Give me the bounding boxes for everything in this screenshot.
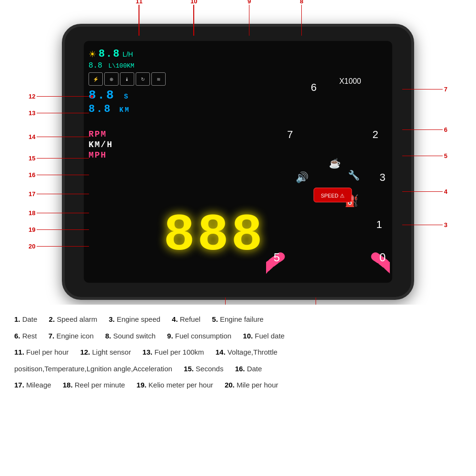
hud-device: ☀ 8.8 L/H 8.8 L\100KM ⚡ ⊕ 🌡 ↻ ≋ <box>62 24 414 300</box>
desc-item-15: 15. Seconds <box>184 365 226 373</box>
ann-6: 6 <box>401 126 447 133</box>
ann-12: 12 <box>29 93 93 100</box>
svg-text:🔊: 🔊 <box>296 171 309 184</box>
svg-text:0: 0 <box>379 251 386 264</box>
desc-item-16: 16. Date <box>235 365 262 373</box>
km-display: 8.8 <box>89 103 112 115</box>
desc-item-12: 12. Light sensor <box>80 348 133 356</box>
svg-text:6: 6 <box>311 81 317 93</box>
desc-row-4: positison,Temperature,Lgnition angle,Acc… <box>14 364 462 375</box>
svg-text:2: 2 <box>373 129 378 140</box>
desc-item-1: 1. Date <box>14 315 40 323</box>
svg-text:3: 3 <box>379 171 385 183</box>
svg-text:5: 5 <box>274 251 280 264</box>
row-mph: MPH <box>89 150 184 160</box>
fuel-lh-display: 8.8 <box>99 48 120 60</box>
ann-11: 11 <box>136 0 142 36</box>
ann-9: 9 <box>248 0 251 36</box>
row-kmh: KM/H <box>89 140 184 149</box>
desc-item-4: 4. Refuel <box>172 315 202 323</box>
desc-item-8: 8. Sound switch <box>105 332 158 340</box>
ann-15: 15 <box>29 155 90 162</box>
ann-7: 7 <box>401 86 447 93</box>
svg-text:☕: ☕ <box>329 158 341 169</box>
desc-item-14: 14. Voltage,Throttle <box>216 348 278 356</box>
ann-13: 13 <box>29 109 90 117</box>
ann-14: 14 <box>29 133 90 140</box>
center-speed: 888 <box>165 197 264 273</box>
desc-item-6: 6. Rest <box>14 332 39 340</box>
desc-item-10: 10. Fuel date <box>243 332 285 340</box>
row-icons: ⚡ ⊕ 🌡 ↻ ≋ <box>89 72 184 86</box>
accel-icon-box: ≋ <box>151 72 166 86</box>
desc-item-2: 2. Speed alarm <box>49 315 99 323</box>
hud-device-container: ☀ 8.8 L/H 8.8 L\100KM ⚡ ⊕ 🌡 ↻ ≋ <box>62 24 414 300</box>
desc-row-3: 11. Fuel per hour 12. Light sensor 13. F… <box>14 347 462 358</box>
sun-icon: ☀ <box>89 49 96 60</box>
desc-row-2: 6. Rest 7. Engine icon 8. Sound switch 9… <box>14 331 462 342</box>
desc-item-20: 20. Mile per hour <box>225 381 278 389</box>
svg-text:X1000: X1000 <box>339 77 361 85</box>
desc-item-17: 17. Mileage <box>14 381 53 389</box>
kmh-label: KM/H <box>89 140 113 149</box>
seconds-label: S <box>124 93 129 100</box>
desc-item-7: 7. Engine icon <box>49 332 96 340</box>
svg-text:SPEED ⚠: SPEED ⚠ <box>321 193 345 198</box>
mph-label: MPH <box>89 150 107 160</box>
fuel-100-label: L\100KM <box>108 62 134 69</box>
lh-label: L/H <box>123 50 133 58</box>
fuel-100km-display: 8.8 <box>89 61 102 70</box>
rpm-label: RPM <box>89 129 107 139</box>
speedometer-svg: 2 3 6 7 1 0 5 X1000 ⛽ 🔊 ☕ 🔧 <box>266 43 390 280</box>
ann-19: 19 <box>29 226 90 233</box>
desc-item-14b: positison,Temperature,Lgnition angle,Acc… <box>14 365 174 373</box>
desc-item-18: 18. Reel per minute <box>63 381 127 389</box>
desc-item-19: 19. Kelio meter per hour <box>137 381 215 389</box>
row-seconds: 8.8 S <box>89 88 184 102</box>
svg-text:1: 1 <box>376 218 382 230</box>
right-panel: 2 3 6 7 1 0 5 X1000 ⛽ 🔊 ☕ 🔧 <box>266 43 390 280</box>
desc-row-1: 1. Date 2. Speed alarm 3. Engine speed 4… <box>14 314 462 325</box>
ann-20: 20 <box>29 243 90 250</box>
description-section: 1. Date 2. Speed alarm 3. Engine speed 4… <box>0 305 476 476</box>
hud-screen: ☀ 8.8 L/H 8.8 L\100KM ⚡ ⊕ 🌡 ↻ ≋ <box>84 41 392 283</box>
ann-3: 3 <box>401 221 447 228</box>
ann-17: 17 <box>29 190 90 198</box>
desc-item-13: 13. Fuel per 100km <box>142 348 206 356</box>
ignition-icon-box: ↻ <box>136 72 150 86</box>
desc-item-11: 11. Fuel per hour <box>14 348 70 356</box>
desc-item-3: 3. Engine speed <box>109 315 162 323</box>
desc-row-5: 17. Mileage 18. Reel per minute 19. Keli… <box>14 380 462 391</box>
desc-item-9: 9. Fuel consumption <box>167 332 233 340</box>
row-km: 8.8 KM <box>89 103 184 115</box>
ann-4: 4 <box>401 188 447 195</box>
row-fuel-lh: ☀ 8.8 L/H <box>89 48 184 60</box>
main-speed-display: 888 <box>163 206 265 265</box>
ann-10: 10 <box>190 0 197 36</box>
ann-18: 18 <box>29 209 90 217</box>
svg-text:7: 7 <box>287 129 293 140</box>
desc-item-5: 5. Engine failure <box>212 315 263 323</box>
row-rpm: RPM <box>89 129 184 139</box>
km-label: KM <box>119 106 130 114</box>
ann-5: 5 <box>401 152 447 159</box>
ann-8: 8 <box>300 0 303 36</box>
svg-text:🔧: 🔧 <box>348 169 360 181</box>
throttle-icon-box: ⊕ <box>104 72 119 86</box>
ann-16: 16 <box>29 171 90 178</box>
temp-icon-box: 🌡 <box>120 72 134 86</box>
row-fuel-100: 8.8 L\100KM <box>89 61 184 70</box>
voltage-icon-box: ⚡ <box>89 72 103 86</box>
